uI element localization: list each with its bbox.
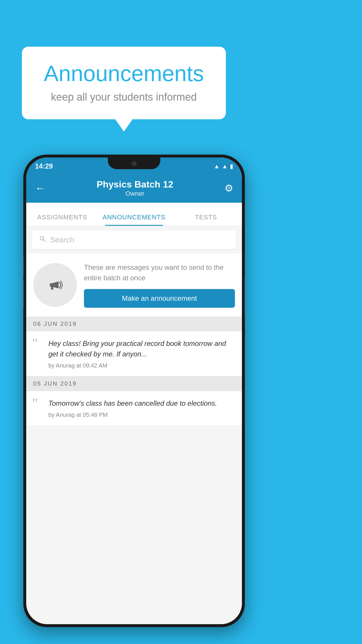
date-separator-1: 06 JUN 2019 [26, 316, 242, 331]
promo-right: These are messages you want to send to t… [84, 262, 235, 308]
tab-announcements[interactable]: ANNOUNCEMENTS [98, 214, 170, 226]
bubble-title: Announcements [39, 61, 208, 86]
side-button-power [244, 277, 245, 315]
promo-card: These are messages you want to send to t… [26, 253, 242, 316]
phone-notch [108, 158, 160, 169]
promo-icon-circle [33, 263, 77, 307]
status-time: 14:29 [35, 161, 53, 170]
announcement-content-2: Tomorrow's class has been cancelled due … [48, 398, 217, 418]
tab-tests[interactable]: TESTS [170, 214, 242, 226]
status-icons: ▲ ▲ ▮ [214, 161, 233, 170]
speech-bubble: Announcements keep all your students inf… [22, 47, 226, 119]
announcement-content-1: Hey class! Bring your practical record b… [48, 338, 235, 369]
date-separator-2: 05 JUN 2019 [26, 376, 242, 391]
announcement-text-1: Hey class! Bring your practical record b… [48, 338, 235, 359]
side-button-vol-down [23, 280, 24, 309]
app-bar-subtitle: Owner [96, 190, 173, 197]
make-announcement-button[interactable]: Make an announcement [84, 289, 235, 308]
quote-icon-1: " [32, 337, 43, 351]
side-button-vol-up [23, 257, 24, 274]
front-camera [131, 161, 137, 166]
tabs-bar: ASSIGNMENTS ANNOUNCEMENTS TESTS [26, 203, 242, 226]
svg-rect-2 [50, 283, 53, 287]
wifi-icon: ▲ [214, 163, 219, 170]
announcement-meta-2: by Anurag at 05:48 PM [48, 412, 217, 418]
announcement-text-2: Tomorrow's class has been cancelled due … [48, 398, 217, 409]
search-icon [39, 235, 46, 244]
svg-point-0 [40, 237, 44, 240]
back-button[interactable]: ← [35, 182, 45, 194]
promo-description: These are messages you want to send to t… [84, 262, 235, 283]
app-bar-title: Physics Batch 12 [96, 179, 173, 190]
settings-icon[interactable]: ⚙ [224, 182, 233, 194]
phone-frame: 14:29 ▲ ▲ ▮ ← Physics Batch 12 Owner ⚙ A… [23, 155, 245, 627]
announcement-item-2[interactable]: " Tomorrow's class has been cancelled du… [26, 391, 242, 426]
signal-icon: ▲ [222, 163, 228, 170]
content-area: Search These are messages you want to se… [26, 226, 242, 624]
announcement-item-1[interactable]: " Hey class! Bring your practical record… [26, 331, 242, 376]
app-bar: ← Physics Batch 12 Owner ⚙ [26, 174, 242, 203]
battery-icon: ▮ [230, 163, 233, 170]
tab-assignments[interactable]: ASSIGNMENTS [26, 214, 98, 226]
search-placeholder: Search [50, 235, 74, 244]
app-bar-center: Physics Batch 12 Owner [96, 179, 173, 197]
quote-icon-2: " [32, 396, 43, 410]
svg-line-1 [43, 240, 45, 242]
search-bar[interactable]: Search [32, 230, 236, 249]
svg-rect-3 [51, 287, 53, 290]
phone-screen: 14:29 ▲ ▲ ▮ ← Physics Batch 12 Owner ⚙ A… [26, 158, 242, 624]
announcement-meta-1: by Anurag at 09:42 AM [48, 362, 235, 369]
bubble-subtitle: keep all your students informed [39, 91, 208, 103]
